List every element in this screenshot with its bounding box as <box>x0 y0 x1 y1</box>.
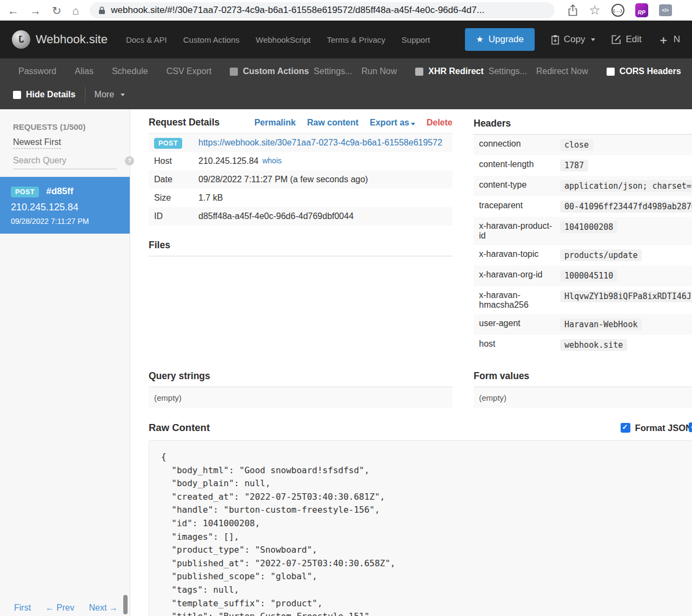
method-badge: POST <box>154 138 182 149</box>
header-name: traceparent <box>479 201 560 210</box>
webhook-logo-icon: J <box>12 30 30 49</box>
upgrade-button[interactable]: ★ Upgrade <box>465 28 535 51</box>
run-now-link[interactable]: Run Now <box>361 67 397 76</box>
raw-content-title: Raw Content <box>149 422 210 434</box>
header-row: content-typeapplication/json; charset=ut… <box>474 176 692 196</box>
detail-row-date: Date 09/28/2022 7:11:27 PM (a few second… <box>149 170 453 189</box>
plus-icon: ＋ <box>658 34 669 45</box>
form-values-title: Form values <box>474 370 529 382</box>
custom-actions-checkbox[interactable] <box>230 68 238 76</box>
main-panel: Request Details Permalink Raw content Ex… <box>130 109 692 616</box>
format-json-label: Format JSON <box>635 423 692 433</box>
query-strings-title: Query strings <box>149 370 210 382</box>
header-name: content-type <box>479 180 560 190</box>
hide-details-checkbox[interactable] <box>13 91 21 99</box>
alias-button[interactable]: Alias <box>75 67 94 76</box>
clipboard-icon <box>551 35 560 45</box>
headers-title: Headers <box>474 118 511 129</box>
permalink-link[interactable]: Permalink <box>254 118 295 128</box>
nav-link-custom-actions[interactable]: Custom Actions <box>183 35 239 44</box>
sidebar-scrollbar[interactable] <box>123 595 128 614</box>
clipped-edge-checkbox[interactable] <box>689 422 692 432</box>
files-section: Files <box>149 240 453 256</box>
copy-button[interactable]: Copy <box>551 34 596 45</box>
more-dropdown[interactable]: More <box>95 90 125 100</box>
detail-row-url: POST https://webhook.site/30e71aa7-0273-… <box>149 134 453 152</box>
nav-link-webhookscript[interactable]: WebhookScript <box>256 35 310 44</box>
code-extension-icon[interactable]: </> <box>659 4 672 16</box>
header-row: x-haravan-product-id1041000208 <box>474 217 692 245</box>
detail-label: Host <box>154 156 198 166</box>
format-json-checkbox[interactable] <box>621 423 630 433</box>
brand[interactable]: J Webhook.site <box>12 30 108 49</box>
schedule-button[interactable]: Schedule <box>112 67 148 76</box>
next-page-link[interactable]: Next → <box>89 603 117 613</box>
whois-link[interactable]: whois <box>262 156 282 165</box>
reload-icon[interactable]: ↻ <box>52 5 62 16</box>
header-name: x-haravan-org-id <box>479 270 560 280</box>
header-value: products/update <box>560 249 642 261</box>
cors-headers-checkbox[interactable] <box>607 68 615 76</box>
requests-sidebar: REQUESTS (1/500) Newest First ? POST #d8… <box>0 109 130 616</box>
request-toolbar: Password Alias Schedule CSV Export Custo… <box>0 58 692 109</box>
custom-actions-label: Custom Actions <box>243 67 309 76</box>
header-value: Haravan-WebHook <box>560 319 642 330</box>
request-date: 09/28/2022 7:11:27 PM <box>11 217 119 226</box>
detail-label: ID <box>154 211 198 221</box>
request-url-link[interactable]: https://webhook.site/30e71aa7-0273-4c9a-… <box>198 138 442 148</box>
more-label: More <box>95 90 114 100</box>
csv-export-button[interactable]: CSV Export <box>167 67 212 76</box>
new-url-button[interactable]: ＋ N <box>658 34 680 45</box>
sort-order-dropdown[interactable]: Newest First <box>13 137 61 149</box>
prev-page-link[interactable]: ← Prev <box>45 603 74 613</box>
query-strings-empty: (empty) <box>149 388 453 408</box>
address-bar[interactable]: webhook.site/#!/30e71aa7-0273-4c9a-b6a1-… <box>90 2 555 18</box>
url-text: webhook.site/#!/30e71aa7-0273-4c9a-b6a1-… <box>111 5 484 16</box>
nav-link-terms-privacy[interactable]: Terms & Privacy <box>327 35 385 44</box>
xhr-redirect-settings-link[interactable]: Settings... <box>489 67 527 76</box>
header-name: x-haravan-product-id <box>479 221 560 241</box>
back-icon[interactable]: ← <box>8 5 19 16</box>
header-row: content-length1787 <box>474 155 692 176</box>
json-viewer-extension-icon[interactable]: (...) <box>611 4 624 17</box>
detail-value: 09/28/2022 7:11:27 PM (a few seconds ago… <box>198 175 368 184</box>
password-button[interactable]: Password <box>18 67 56 76</box>
request-list-item-selected[interactable]: POST #d85ff 210.245.125.84 09/28/2022 7:… <box>0 177 130 234</box>
detail-row-size: Size 1.7 kB <box>149 189 453 207</box>
hide-details-label: Hide Details <box>26 90 76 100</box>
edit-icon <box>611 35 621 44</box>
header-name: content-length <box>479 160 560 169</box>
share-icon[interactable] <box>568 4 578 16</box>
app-navbar: J Webhook.site Docs & API Custom Actions… <box>0 21 692 58</box>
header-value: application/json; charset=utf-8 <box>560 180 692 192</box>
header-name: host <box>479 339 560 349</box>
xhr-redirect-label: XHR Redirect <box>428 67 483 76</box>
search-input[interactable] <box>13 156 125 165</box>
chevron-down-icon <box>591 38 595 41</box>
brand-name: Webhook.site <box>36 32 108 47</box>
nav-link-docs-api[interactable]: Docs & API <box>126 35 167 44</box>
chevron-down-icon <box>121 94 125 96</box>
first-page-link[interactable]: First <box>14 603 31 613</box>
export-as-dropdown[interactable]: Export as <box>370 118 415 128</box>
raw-content-link[interactable]: Raw content <box>307 118 358 128</box>
query-strings-section: Query strings (empty) <box>149 369 453 408</box>
method-badge: POST <box>11 187 39 197</box>
edit-button[interactable]: Edit <box>611 34 641 45</box>
lock-icon <box>98 6 105 15</box>
raw-json-content[interactable]: { "body_html": "Good snowboard!sfsdfsd",… <box>149 440 692 616</box>
browser-toolbar: ← → ↻ ⌂ webhook.site/#!/30e71aa7-0273-4c… <box>0 0 692 21</box>
header-name: x-haravan-hmacsha256 <box>479 290 560 310</box>
redirect-now-link[interactable]: Redirect Now <box>536 67 588 76</box>
rp-extension-icon[interactable]: RP <box>635 3 648 17</box>
bookmark-star-icon[interactable]: ☆ <box>589 4 601 17</box>
help-icon[interactable]: ? <box>125 156 134 165</box>
custom-actions-settings-link[interactable]: Settings... <box>314 67 352 76</box>
forward-icon[interactable]: → <box>30 5 41 16</box>
nav-link-support[interactable]: Support <box>402 35 430 44</box>
xhr-redirect-checkbox[interactable] <box>415 68 423 76</box>
detail-value: 1.7 kB <box>198 193 223 203</box>
header-value: 1000045110 <box>560 270 617 282</box>
home-icon[interactable]: ⌂ <box>72 5 79 16</box>
delete-button[interactable]: Delete <box>427 118 453 128</box>
